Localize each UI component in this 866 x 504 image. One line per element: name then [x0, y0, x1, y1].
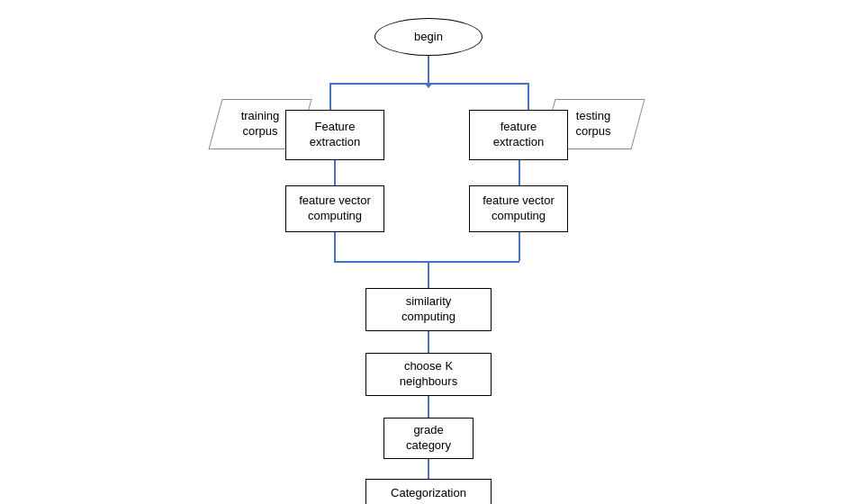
arrow-to-feat-right: [528, 83, 529, 110]
choose-k-node: choose Kneighbours: [365, 353, 492, 396]
arrow-fv-right-h: [428, 261, 519, 263]
feature-extraction-right-node: featureextraction: [469, 110, 568, 160]
begin-node: begin: [374, 18, 483, 56]
arrow-branch-right: [429, 83, 528, 85]
feature-extraction-left-node: Featureextraction: [285, 110, 384, 160]
feature-vector-left-node: feature vectorcomputing: [285, 185, 384, 232]
arrow-fv-right-down: [519, 232, 520, 261]
arrow-fv-left-down: [334, 232, 336, 261]
arrow-sim-to-k: [428, 331, 429, 353]
arrow-branch-left: [329, 83, 429, 85]
grade-category-node: gradecategory: [383, 418, 474, 459]
flowchart-diagram: begin trainingcorpus testingcorpus Featu…: [199, 9, 667, 495]
arrow-feat-left-down: [334, 160, 336, 185]
arrow-grade-to-cat: [428, 459, 429, 479]
arrow-converge-to-sim: [428, 261, 429, 288]
categorization-node: Categorizationsuggesting: [365, 479, 492, 504]
arrow-fv-left-h: [334, 261, 428, 263]
arrow-k-to-grade: [428, 396, 429, 418]
arrow-begin-to-branch: [428, 56, 429, 83]
arrow-feat-right-down: [519, 160, 520, 185]
arrow-to-feat-left: [329, 83, 331, 110]
feature-vector-right-node: feature vectorcomputing: [469, 185, 568, 232]
similarity-computing-node: similaritycomputing: [365, 288, 492, 331]
